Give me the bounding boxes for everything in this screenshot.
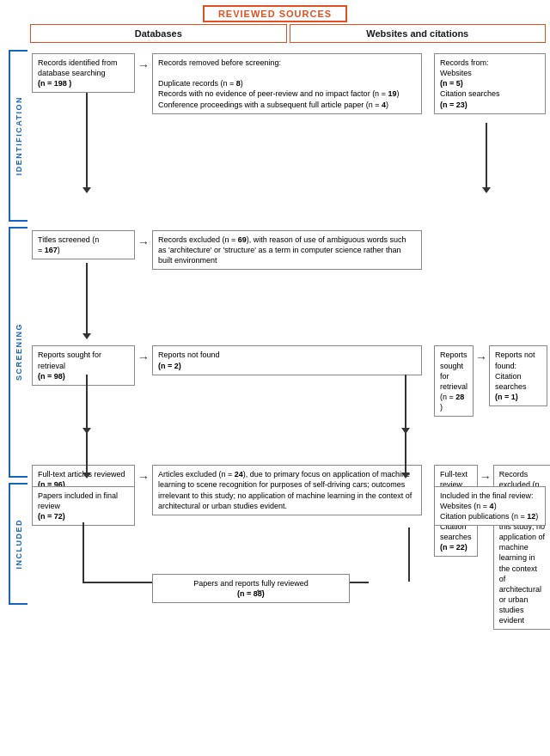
- v-arrow-screen-web2: [401, 426, 410, 479]
- included-final-web-container: Included in the final review:Websites (n…: [434, 486, 546, 526]
- reports-not-found-db-box: Reports not found(n = 2): [152, 345, 422, 375]
- reports-not-found-web-box: Reports not found:Citation searches(n = …: [489, 345, 547, 406]
- identification-section: Records identified from database searchi…: [32, 50, 546, 222]
- reports-sought-web-container: Reports sought for retrieval (n = 28 ): [434, 345, 474, 417]
- arrow-tip-ident1: [82, 187, 91, 193]
- included-final-web-box: Included in the final review:Websites (n…: [434, 486, 546, 526]
- v-arrow-ident1: [82, 93, 91, 193]
- flow-content: Records identified from database searchi…: [32, 50, 546, 605]
- arrow-screen1: →: [138, 230, 150, 249]
- screening-row1: Titles screened (n= 167) → Records exclu…: [32, 230, 546, 270]
- included-row1: Papers included in final review(n = 72) …: [32, 486, 546, 526]
- v-line-inc1: [82, 522, 84, 582]
- v-line-inc2: [408, 527, 410, 582]
- papers-reports-reviewed-box: Papers and reports fully reviewed(n = 88…: [152, 574, 350, 603]
- v-line-ident1: [86, 93, 88, 187]
- screening-row2: Reports sought for retrieval(n = 98) → R…: [32, 345, 546, 417]
- records-excluded-box: Records excluded (n = 69), with reason o…: [152, 230, 422, 270]
- v-arrow-ident2: [482, 123, 491, 193]
- arrow-screen2: →: [138, 345, 150, 364]
- arrow-tip-screen3: [82, 472, 91, 479]
- v-line-screen1: [86, 263, 88, 333]
- v-line-screen-web: [405, 375, 406, 428]
- papers-reports-container: Papers and reports fully reviewed(n = 88…: [152, 574, 350, 603]
- v-arrow-screen-web: [401, 375, 410, 434]
- column-headers: Databases Websites and citations: [30, 24, 546, 43]
- v-line-screen-web2: [405, 426, 406, 472]
- included-label-bar: INCLUDED: [9, 483, 28, 605]
- records-from-websites-box: Records from: Websites (n = 5) Citation …: [434, 53, 546, 114]
- arrow-tip-screen-web2: [401, 472, 410, 479]
- phase-labels-column: IDENTIFICATION SCREENING INCLUDED: [9, 50, 28, 605]
- included-section: Papers included in final review(n = 72) …: [32, 483, 546, 605]
- databases-header: Databases: [30, 24, 287, 43]
- identification-label-bar: IDENTIFICATION: [9, 50, 28, 222]
- papers-included-container: Papers included in final review(n = 72): [32, 486, 135, 526]
- v-arrow-screen3: [82, 426, 91, 479]
- screening-label-bar: SCREENING: [9, 227, 28, 478]
- ident-row1: Records identified from database searchi…: [32, 53, 546, 114]
- left-arrow-inc: ←: [254, 583, 266, 597]
- arrow-tip-ident2: [482, 187, 491, 193]
- records-removed-container: Records removed before screening: Duplic…: [152, 53, 422, 114]
- v-arrow-screen2: [82, 375, 91, 434]
- records-excluded-container: Records excluded (n = 69), with reason o…: [152, 230, 422, 270]
- websites-header: Websites and citations: [290, 24, 547, 43]
- reviewed-sources-banner: REVIEWED SOURCES: [4, 9, 546, 19]
- arrow-ident-right1: →: [138, 53, 150, 72]
- reports-sought-web-row: Reports sought for retrieval (n = 28 ) →…: [434, 345, 546, 417]
- records-removed-box: Records removed before screening: Duplic…: [152, 53, 422, 114]
- reviewed-sources-label: REVIEWED SOURCES: [203, 5, 347, 22]
- titles-screened-container: Titles screened (n= 167): [32, 230, 135, 259]
- reports-not-found-db-container: Reports not found(n = 2): [152, 345, 422, 375]
- reports-not-found-web-container: Reports not found:Citation searches(n = …: [489, 345, 547, 406]
- titles-screened-box: Titles screened (n= 167): [32, 230, 135, 259]
- arrow-screen-web1: →: [475, 345, 487, 364]
- records-from-websites-container: Records from: Websites (n = 5) Citation …: [434, 53, 546, 114]
- screening-section: Titles screened (n= 167) → Records exclu…: [32, 227, 546, 478]
- screening-label: SCREENING: [15, 323, 23, 381]
- v-line-screen3: [86, 426, 88, 472]
- records-identified-box: Records identified from database searchi…: [32, 53, 135, 93]
- v-line-ident2: [486, 123, 487, 187]
- included-label: INCLUDED: [15, 519, 23, 570]
- papers-included-box: Papers included in final review(n = 72): [32, 486, 135, 526]
- arrow-tip-screen1: [82, 333, 91, 339]
- diagram-wrapper: REVIEWED SOURCES Databases Websites and …: [0, 0, 550, 613]
- arrow-screen-web2: →: [480, 465, 492, 484]
- records-identified-container: Records identified from database searchi…: [32, 53, 135, 93]
- v-arrow-screen1: [82, 263, 91, 339]
- main-layout: IDENTIFICATION SCREENING INCLUDED Re: [9, 50, 546, 605]
- v-line-screen2: [86, 375, 88, 428]
- reports-sought-web-box: Reports sought for retrieval (n = 28 ): [434, 345, 474, 417]
- arrow-screen3: →: [138, 465, 150, 484]
- identification-label: IDENTIFICATION: [15, 96, 23, 175]
